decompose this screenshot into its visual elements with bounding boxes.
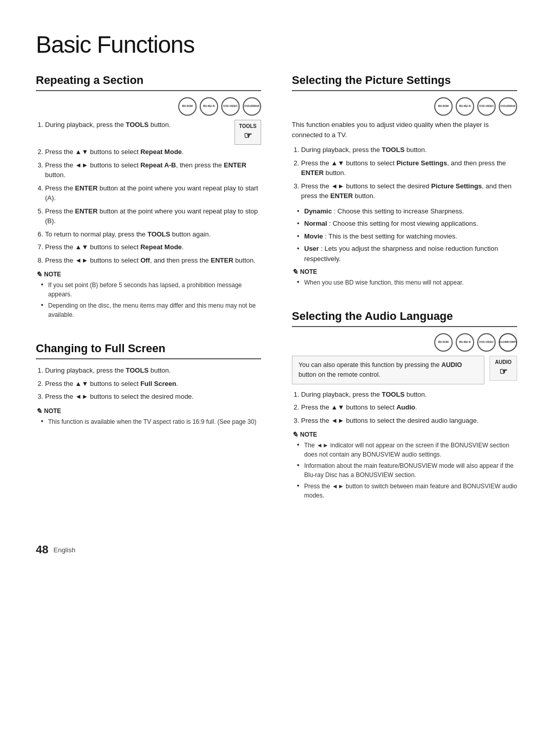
hand-icon: ☞ — [239, 130, 257, 141]
picture-note-list: When you use BD wise function, this menu… — [292, 278, 517, 287]
repeating-note-title: NOTE — [44, 271, 61, 278]
audio-step-3: Press the ◄► buttons to select the desir… — [301, 416, 517, 426]
audio-hand-icon: ☞ — [499, 366, 507, 377]
note-pen-icon-3: ✎ — [292, 268, 298, 276]
right-column: Selecting the Picture Settings BD-ROM BD… — [292, 74, 517, 523]
audio-note-list: The ◄► indicator will not appear on the … — [292, 441, 517, 500]
audio-step-2: Press the ▲▼ buttons to select Audio. — [301, 402, 517, 413]
picture-intro: This function enables you to adjust vide… — [292, 120, 517, 140]
changing-note-header: ✎ NOTE — [36, 407, 261, 415]
repeating-steps: During playback, press the TOOLS button. — [36, 120, 261, 130]
step-6: To return to normal play, press the TOOL… — [45, 229, 261, 240]
step-3: Press the ◄► buttons to select Repeat A-… — [45, 160, 261, 180]
pic-disc-dvd-video: DVD-VIDEO — [477, 97, 496, 116]
picture-bullet-normal: Normal : Choose this setting for most vi… — [297, 219, 517, 229]
picture-note-title: NOTE — [300, 268, 317, 275]
repeating-note: ✎ NOTE If you set point (B) before 5 sec… — [36, 270, 261, 319]
repeating-disc-icons: BD-ROM BD-RE/-R DVD-VIDEO DVD±RW/±R — [36, 97, 261, 116]
picture-steps: During playback, press the TOOLS button.… — [292, 145, 517, 201]
changing-step-1: During playback, press the TOOLS button. — [45, 365, 261, 376]
step-2: Press the ▲▼ buttons to select Repeat Mo… — [45, 147, 261, 157]
audio-info-box: You can also operate this function by pr… — [292, 356, 484, 384]
left-column: Repeating a Section BD-ROM BD-RE/-R DVD-… — [36, 74, 261, 523]
picture-note-1: When you use BD wise function, this menu… — [297, 278, 517, 287]
picture-note: ✎ NOTE When you use BD wise function, th… — [292, 268, 517, 287]
audio-note-1: The ◄► indicator will not appear on the … — [297, 441, 517, 459]
changing-section-title: Changing to Full Screen — [36, 342, 261, 359]
repeating-note-header: ✎ NOTE — [36, 270, 261, 278]
picture-section: Selecting the Picture Settings BD-ROM BD… — [292, 74, 517, 294]
page-number: 48 — [36, 543, 48, 556]
disc-bd-re: BD-RE/-R — [200, 97, 218, 116]
pic-disc-bd-re: BD-RE/-R — [456, 97, 474, 116]
changing-step-2: Press the ▲▼ buttons to select Full Scre… — [45, 379, 261, 389]
picture-step-1: During playback, press the TOOLS button. — [301, 145, 517, 155]
picture-bullet-list: Dynamic : Choose this setting to increas… — [292, 206, 517, 264]
step1-block: TOOLS ☞ During playback, press the TOOLS… — [36, 120, 261, 147]
page-footer: 48 English — [36, 543, 517, 556]
disc-bd-rom: BD-ROM — [178, 97, 197, 116]
note-pen-icon-4: ✎ — [292, 430, 298, 439]
changing-note-title: NOTE — [44, 407, 61, 415]
step-8: Press the ◄► buttons to select Off, and … — [45, 255, 261, 266]
picture-step-2: Press the ▲▼ buttons to select Picture S… — [301, 158, 517, 178]
changing-step-3: Press the ◄► buttons to select the desir… — [45, 392, 261, 402]
changing-note-1: This function is available when the TV a… — [41, 417, 261, 426]
audio-step-1: During playback, press the TOOLS button. — [301, 390, 517, 400]
repeating-steps-2: Press the ▲▼ buttons to select Repeat Mo… — [36, 147, 261, 265]
audio-steps: During playback, press the TOOLS button.… — [292, 390, 517, 426]
audio-disc-bd-rom: BD-ROM — [434, 333, 453, 352]
changing-note: ✎ NOTE This function is available when t… — [36, 407, 261, 426]
pic-disc-bd-rom: BD-ROM — [434, 97, 453, 116]
picture-bullet-movie: Movie : This is the best setting for wat… — [297, 231, 517, 242]
audio-button-box: AUDIO ☞ — [490, 356, 517, 381]
audio-disc-divx: DivX/MKV/MP4 — [499, 333, 517, 352]
repeating-note-2: Depending on the disc, the menu items ma… — [41, 301, 261, 319]
audio-info-row: You can also operate this function by pr… — [292, 356, 517, 384]
picture-bullet-dynamic: Dynamic : Choose this setting to increas… — [297, 206, 517, 217]
audio-disc-bd-re: BD-RE/-R — [456, 333, 474, 352]
note-pen-icon-2: ✎ — [36, 407, 42, 415]
audio-note-2: Information about the main feature/BONUS… — [297, 461, 517, 480]
page-language: English — [53, 546, 75, 554]
audio-disc-dvd-video: DVD-VIDEO — [477, 333, 496, 352]
note-pen-icon: ✎ — [36, 270, 42, 278]
step-5: Press the ENTER button at the point wher… — [45, 206, 261, 226]
changing-section: Changing to Full Screen During playback,… — [36, 342, 261, 434]
disc-dvdrw: DVD±RW/±R — [243, 97, 261, 116]
audio-btn-label: AUDIO — [495, 359, 512, 365]
audio-disc-icons: BD-ROM BD-RE/-R DVD-VIDEO DivX/MKV/MP4 — [292, 333, 517, 352]
audio-note-header: ✎ NOTE — [292, 430, 517, 439]
step-4: Press the ENTER button at the point wher… — [45, 183, 261, 203]
pic-disc-dvdrw: DVD±RW/±R — [499, 97, 517, 116]
repeating-note-1: If you set point (B) before 5 seconds ha… — [41, 280, 261, 299]
audio-section: Selecting the Audio Language BD-ROM BD-R… — [292, 310, 517, 507]
picture-note-header: ✎ NOTE — [292, 268, 517, 276]
audio-note: ✎ NOTE The ◄► indicator will not appear … — [292, 430, 517, 500]
disc-dvd-video: DVD-VIDEO — [221, 97, 240, 116]
step-7: Press the ▲▼ buttons to select Repeat Mo… — [45, 242, 261, 252]
tools-label: TOOLS — [239, 123, 257, 129]
tools-button-icon: TOOLS ☞ — [235, 120, 261, 145]
picture-bullet-user: User : Lets you adjust the sharpness and… — [297, 244, 517, 264]
step-1: During playback, press the TOOLS button. — [45, 120, 261, 130]
repeating-section: Repeating a Section BD-ROM BD-RE/-R DVD-… — [36, 74, 261, 327]
repeating-section-title: Repeating a Section — [36, 74, 261, 91]
changing-steps: During playback, press the TOOLS button.… — [36, 365, 261, 402]
audio-section-title: Selecting the Audio Language — [292, 310, 517, 327]
picture-section-title: Selecting the Picture Settings — [292, 74, 517, 91]
changing-note-list: This function is available when the TV a… — [36, 417, 261, 426]
picture-step-3: Press the ◄► buttons to select the desir… — [301, 181, 517, 201]
audio-note-title: NOTE — [300, 431, 317, 438]
repeating-note-list: If you set point (B) before 5 seconds ha… — [36, 280, 261, 319]
picture-disc-icons: BD-ROM BD-RE/-R DVD-VIDEO DVD±RW/±R — [292, 97, 517, 116]
page-title: Basic Functions — [36, 31, 517, 58]
audio-note-3: Press the ◄► button to switch between ma… — [297, 482, 517, 500]
